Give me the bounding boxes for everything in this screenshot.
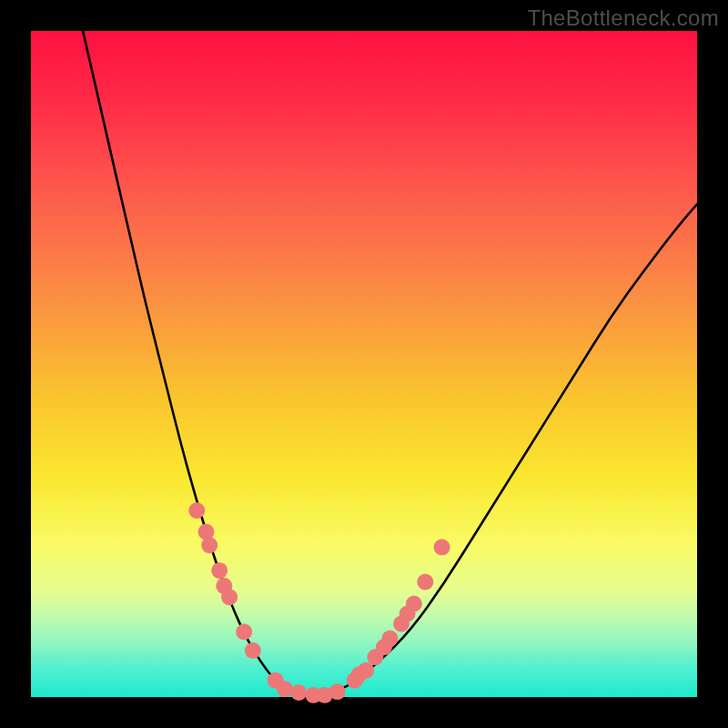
salmon-marker [358,662,374,679]
v-curve [83,31,697,696]
salmon-marker [211,562,228,579]
salmon-marker [434,539,450,555]
v-curve-path [83,31,697,696]
salmon-marker [201,537,217,553]
salmon-marker [417,573,433,590]
salmon-marker [221,589,238,605]
plot-area [31,31,697,697]
outer-frame: TheBottleneck.com [0,0,728,728]
source-credit: TheBottleneck.com [527,5,719,31]
salmon-marker [245,642,261,659]
salmon-marker [329,683,346,700]
salmon-marker [188,502,205,519]
marker-cluster [188,502,450,703]
salmon-marker [406,596,422,612]
salmon-marker [236,623,252,640]
salmon-marker [382,631,399,647]
salmon-marker [277,681,293,697]
chart-svg [31,31,697,697]
salmon-marker [290,684,307,701]
